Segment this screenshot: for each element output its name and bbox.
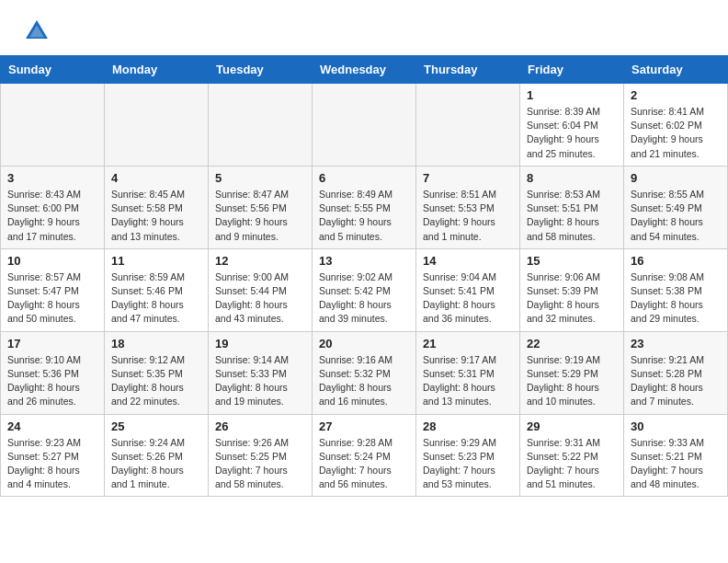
day-info: Sunrise: 9:04 AM Sunset: 5:41 PM Dayligh…: [423, 270, 513, 327]
day-info: Sunrise: 9:06 AM Sunset: 5:39 PM Dayligh…: [527, 270, 617, 327]
calendar-week-row: 1Sunrise: 8:39 AM Sunset: 6:04 PM Daylig…: [1, 84, 728, 167]
calendar-day-cell: 22Sunrise: 9:19 AM Sunset: 5:29 PM Dayli…: [520, 331, 624, 414]
calendar-header-wednesday: Wednesday: [313, 56, 416, 84]
day-number: 30: [631, 419, 721, 433]
day-number: 12: [215, 254, 305, 268]
calendar-day-cell: 3Sunrise: 8:43 AM Sunset: 6:00 PM Daylig…: [1, 166, 105, 248]
day-number: 18: [111, 337, 201, 350]
calendar-day-cell: 9Sunrise: 8:55 AM Sunset: 5:49 PM Daylig…: [624, 166, 728, 248]
calendar-week-row: 17Sunrise: 9:10 AM Sunset: 5:36 PM Dayli…: [1, 331, 728, 414]
calendar-empty-cell: [313, 84, 416, 167]
day-info: Sunrise: 9:10 AM Sunset: 5:36 PM Dayligh…: [7, 353, 97, 409]
calendar-day-cell: 14Sunrise: 9:04 AM Sunset: 5:41 PM Dayli…: [416, 248, 520, 331]
day-number: 2: [631, 88, 721, 102]
day-number: 26: [215, 419, 305, 433]
day-info: Sunrise: 9:16 AM Sunset: 5:32 PM Dayligh…: [319, 353, 409, 409]
page-header: [0, 0, 728, 55]
calendar-header-row: SundayMondayTuesdayWednesdayThursdayFrid…: [1, 56, 728, 84]
day-info: Sunrise: 9:14 AM Sunset: 5:33 PM Dayligh…: [215, 353, 305, 409]
day-number: 10: [7, 254, 97, 268]
logo: [22, 17, 55, 46]
day-number: 15: [527, 254, 617, 268]
day-info: Sunrise: 8:47 AM Sunset: 5:56 PM Dayligh…: [215, 188, 305, 244]
day-number: 7: [423, 171, 513, 185]
day-number: 28: [423, 419, 513, 433]
calendar-day-cell: 8Sunrise: 8:53 AM Sunset: 5:51 PM Daylig…: [520, 166, 624, 248]
day-number: 22: [527, 337, 617, 350]
calendar-day-cell: 24Sunrise: 9:23 AM Sunset: 5:27 PM Dayli…: [1, 414, 105, 497]
day-number: 20: [319, 337, 409, 350]
calendar-day-cell: 10Sunrise: 8:57 AM Sunset: 5:47 PM Dayli…: [1, 248, 105, 331]
calendar-table: SundayMondayTuesdayWednesdayThursdayFrid…: [0, 55, 728, 497]
calendar-day-cell: 25Sunrise: 9:24 AM Sunset: 5:26 PM Dayli…: [105, 414, 209, 497]
day-info: Sunrise: 9:19 AM Sunset: 5:29 PM Dayligh…: [527, 353, 617, 409]
calendar-day-cell: 26Sunrise: 9:26 AM Sunset: 5:25 PM Dayli…: [209, 414, 313, 497]
day-number: 13: [319, 254, 409, 268]
day-number: 24: [7, 419, 97, 433]
day-info: Sunrise: 9:08 AM Sunset: 5:38 PM Dayligh…: [631, 270, 721, 327]
calendar-day-cell: 7Sunrise: 8:51 AM Sunset: 5:53 PM Daylig…: [416, 166, 520, 248]
day-info: Sunrise: 8:53 AM Sunset: 5:51 PM Dayligh…: [527, 188, 617, 244]
calendar-week-row: 3Sunrise: 8:43 AM Sunset: 6:00 PM Daylig…: [1, 166, 728, 248]
calendar-header-tuesday: Tuesday: [209, 56, 313, 84]
day-number: 27: [319, 419, 409, 433]
calendar-day-cell: 6Sunrise: 8:49 AM Sunset: 5:55 PM Daylig…: [313, 166, 416, 248]
day-number: 21: [423, 337, 513, 350]
day-info: Sunrise: 9:29 AM Sunset: 5:23 PM Dayligh…: [423, 436, 513, 492]
calendar-day-cell: 5Sunrise: 8:47 AM Sunset: 5:56 PM Daylig…: [209, 166, 313, 248]
calendar-empty-cell: [416, 84, 520, 167]
day-info: Sunrise: 9:33 AM Sunset: 5:21 PM Dayligh…: [631, 436, 721, 492]
calendar-header-thursday: Thursday: [416, 56, 520, 84]
day-number: 17: [7, 337, 97, 350]
day-number: 8: [527, 171, 617, 185]
calendar-empty-cell: [105, 84, 209, 167]
calendar-header-sunday: Sunday: [1, 56, 105, 84]
day-info: Sunrise: 9:23 AM Sunset: 5:27 PM Dayligh…: [7, 436, 97, 492]
day-info: Sunrise: 8:55 AM Sunset: 5:49 PM Dayligh…: [631, 188, 721, 244]
day-info: Sunrise: 8:41 AM Sunset: 6:02 PM Dayligh…: [631, 105, 721, 161]
day-info: Sunrise: 9:31 AM Sunset: 5:22 PM Dayligh…: [527, 436, 617, 492]
day-number: 1: [527, 88, 617, 102]
calendar-day-cell: 11Sunrise: 8:59 AM Sunset: 5:46 PM Dayli…: [105, 248, 209, 331]
day-info: Sunrise: 9:24 AM Sunset: 5:26 PM Dayligh…: [111, 436, 201, 492]
day-info: Sunrise: 8:49 AM Sunset: 5:55 PM Dayligh…: [319, 188, 409, 244]
day-number: 19: [215, 337, 305, 350]
calendar-header-friday: Friday: [520, 56, 624, 84]
day-number: 11: [111, 254, 201, 268]
calendar-day-cell: 21Sunrise: 9:17 AM Sunset: 5:31 PM Dayli…: [416, 331, 520, 414]
calendar-header-saturday: Saturday: [624, 56, 728, 84]
calendar-day-cell: 30Sunrise: 9:33 AM Sunset: 5:21 PM Dayli…: [624, 414, 728, 497]
day-number: 29: [527, 419, 617, 433]
calendar-day-cell: 23Sunrise: 9:21 AM Sunset: 5:28 PM Dayli…: [624, 331, 728, 414]
day-info: Sunrise: 9:00 AM Sunset: 5:44 PM Dayligh…: [215, 270, 305, 327]
calendar-day-cell: 1Sunrise: 8:39 AM Sunset: 6:04 PM Daylig…: [520, 84, 624, 167]
day-info: Sunrise: 9:28 AM Sunset: 5:24 PM Dayligh…: [319, 436, 409, 492]
day-number: 23: [631, 337, 721, 350]
day-info: Sunrise: 9:17 AM Sunset: 5:31 PM Dayligh…: [423, 353, 513, 409]
day-number: 16: [631, 254, 721, 268]
day-info: Sunrise: 8:59 AM Sunset: 5:46 PM Dayligh…: [111, 270, 201, 327]
day-number: 6: [319, 171, 409, 185]
day-info: Sunrise: 8:51 AM Sunset: 5:53 PM Dayligh…: [423, 188, 513, 244]
day-info: Sunrise: 9:21 AM Sunset: 5:28 PM Dayligh…: [631, 353, 721, 409]
day-number: 4: [111, 171, 201, 185]
day-number: 9: [631, 171, 721, 185]
day-info: Sunrise: 8:45 AM Sunset: 5:58 PM Dayligh…: [111, 188, 201, 244]
calendar-day-cell: 17Sunrise: 9:10 AM Sunset: 5:36 PM Dayli…: [1, 331, 105, 414]
calendar-day-cell: 18Sunrise: 9:12 AM Sunset: 5:35 PM Dayli…: [105, 331, 209, 414]
day-info: Sunrise: 8:43 AM Sunset: 6:00 PM Dayligh…: [7, 188, 97, 244]
day-info: Sunrise: 9:26 AM Sunset: 5:25 PM Dayligh…: [215, 436, 305, 492]
day-number: 14: [423, 254, 513, 268]
calendar-week-row: 10Sunrise: 8:57 AM Sunset: 5:47 PM Dayli…: [1, 248, 728, 331]
calendar-empty-cell: [1, 84, 105, 167]
calendar-day-cell: 19Sunrise: 9:14 AM Sunset: 5:33 PM Dayli…: [209, 331, 313, 414]
calendar-day-cell: 29Sunrise: 9:31 AM Sunset: 5:22 PM Dayli…: [520, 414, 624, 497]
calendar-day-cell: 4Sunrise: 8:45 AM Sunset: 5:58 PM Daylig…: [105, 166, 209, 248]
calendar-day-cell: 28Sunrise: 9:29 AM Sunset: 5:23 PM Dayli…: [416, 414, 520, 497]
logo-icon: [22, 17, 51, 46]
day-info: Sunrise: 8:39 AM Sunset: 6:04 PM Dayligh…: [527, 105, 617, 161]
calendar-header-monday: Monday: [105, 56, 209, 84]
calendar-day-cell: 2Sunrise: 8:41 AM Sunset: 6:02 PM Daylig…: [624, 84, 728, 167]
calendar-empty-cell: [209, 84, 313, 167]
calendar-day-cell: 15Sunrise: 9:06 AM Sunset: 5:39 PM Dayli…: [520, 248, 624, 331]
